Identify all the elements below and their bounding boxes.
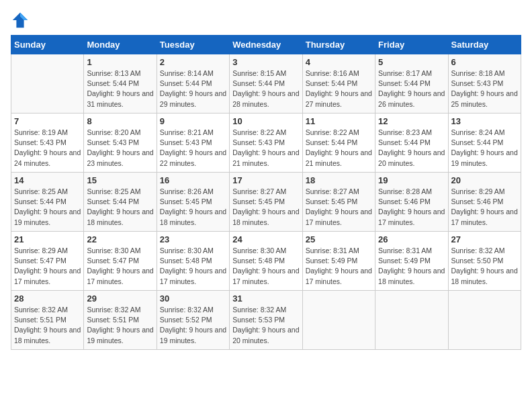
calendar-cell: 14Sunrise: 8:25 AM Sunset: 5:44 PM Dayli… — [11, 173, 84, 232]
calendar-cell: 27Sunrise: 8:32 AM Sunset: 5:50 PM Dayli… — [448, 232, 521, 291]
calendar-cell: 20Sunrise: 8:29 AM Sunset: 5:46 PM Dayli… — [448, 173, 521, 232]
day-info: Sunrise: 8:15 AM Sunset: 5:44 PM Dayligh… — [232, 68, 299, 109]
week-row-1: 1Sunrise: 8:13 AM Sunset: 5:44 PM Daylig… — [11, 54, 521, 113]
day-number: 28 — [14, 293, 81, 304]
day-info: Sunrise: 8:20 AM Sunset: 5:43 PM Dayligh… — [87, 128, 153, 169]
calendar-cell: 26Sunrise: 8:31 AM Sunset: 5:49 PM Dayli… — [375, 232, 448, 291]
day-number: 31 — [232, 293, 299, 304]
day-number: 24 — [232, 234, 299, 244]
day-number: 14 — [14, 175, 81, 185]
day-info: Sunrise: 8:13 AM Sunset: 5:44 PM Dayligh… — [87, 68, 153, 109]
day-info: Sunrise: 8:30 AM Sunset: 5:48 PM Dayligh… — [160, 246, 226, 287]
header — [11, 11, 521, 30]
day-number: 4 — [306, 57, 372, 67]
day-number: 11 — [306, 116, 372, 126]
day-number: 25 — [306, 234, 372, 244]
day-number: 16 — [160, 175, 226, 185]
day-number: 19 — [378, 175, 445, 185]
day-info: Sunrise: 8:32 AM Sunset: 5:53 PM Dayligh… — [232, 305, 299, 346]
day-number: 7 — [14, 116, 81, 126]
calendar-cell: 23Sunrise: 8:30 AM Sunset: 5:48 PM Dayli… — [157, 232, 229, 291]
calendar-cell: 1Sunrise: 8:13 AM Sunset: 5:44 PM Daylig… — [84, 54, 157, 113]
day-number: 8 — [87, 116, 153, 126]
calendar-cell — [302, 291, 375, 350]
calendar-cell: 4Sunrise: 8:16 AM Sunset: 5:44 PM Daylig… — [302, 54, 375, 113]
day-info: Sunrise: 8:16 AM Sunset: 5:44 PM Dayligh… — [306, 68, 372, 109]
calendar-cell: 13Sunrise: 8:24 AM Sunset: 5:44 PM Dayli… — [448, 113, 521, 173]
day-number: 29 — [87, 293, 153, 304]
calendar-cell: 12Sunrise: 8:23 AM Sunset: 5:44 PM Dayli… — [375, 113, 448, 173]
calendar-cell: 28Sunrise: 8:32 AM Sunset: 5:51 PM Dayli… — [11, 291, 84, 350]
day-number: 17 — [232, 175, 299, 185]
logo — [11, 11, 31, 30]
day-number: 21 — [14, 234, 81, 244]
day-info: Sunrise: 8:28 AM Sunset: 5:46 PM Dayligh… — [378, 187, 445, 228]
day-info: Sunrise: 8:30 AM Sunset: 5:47 PM Dayligh… — [87, 246, 153, 287]
day-number: 27 — [451, 234, 518, 244]
day-info: Sunrise: 8:32 AM Sunset: 5:51 PM Dayligh… — [14, 305, 81, 346]
header-day-thursday: Thursday — [302, 36, 375, 54]
calendar-cell: 22Sunrise: 8:30 AM Sunset: 5:47 PM Dayli… — [84, 232, 157, 291]
day-info: Sunrise: 8:29 AM Sunset: 5:46 PM Dayligh… — [451, 187, 518, 228]
day-number: 3 — [232, 57, 299, 67]
day-number: 6 — [451, 57, 518, 67]
day-info: Sunrise: 8:25 AM Sunset: 5:44 PM Dayligh… — [14, 187, 81, 228]
calendar-cell: 15Sunrise: 8:25 AM Sunset: 5:44 PM Dayli… — [84, 173, 157, 232]
day-number: 13 — [451, 116, 518, 126]
header-day-wednesday: Wednesday — [230, 36, 302, 54]
logo-icon — [11, 11, 30, 30]
week-row-5: 28Sunrise: 8:32 AM Sunset: 5:51 PM Dayli… — [11, 291, 521, 350]
day-info: Sunrise: 8:32 AM Sunset: 5:51 PM Dayligh… — [87, 305, 153, 346]
calendar-cell: 16Sunrise: 8:26 AM Sunset: 5:45 PM Dayli… — [157, 173, 229, 232]
calendar-cell: 5Sunrise: 8:17 AM Sunset: 5:44 PM Daylig… — [375, 54, 448, 113]
day-info: Sunrise: 8:22 AM Sunset: 5:44 PM Dayligh… — [306, 128, 372, 169]
day-info: Sunrise: 8:31 AM Sunset: 5:49 PM Dayligh… — [306, 246, 372, 287]
day-number: 1 — [87, 57, 153, 67]
day-info: Sunrise: 8:22 AM Sunset: 5:43 PM Dayligh… — [232, 128, 299, 169]
calendar-cell: 19Sunrise: 8:28 AM Sunset: 5:46 PM Dayli… — [375, 173, 448, 232]
calendar-cell: 30Sunrise: 8:32 AM Sunset: 5:52 PM Dayli… — [157, 291, 229, 350]
week-row-3: 14Sunrise: 8:25 AM Sunset: 5:44 PM Dayli… — [11, 173, 521, 232]
calendar-cell: 21Sunrise: 8:29 AM Sunset: 5:47 PM Dayli… — [11, 232, 84, 291]
day-info: Sunrise: 8:14 AM Sunset: 5:44 PM Dayligh… — [160, 68, 226, 109]
header-day-monday: Monday — [84, 36, 157, 54]
header-day-sunday: Sunday — [11, 36, 84, 54]
calendar-cell — [11, 54, 84, 113]
day-info: Sunrise: 8:32 AM Sunset: 5:50 PM Dayligh… — [451, 246, 518, 287]
header-day-saturday: Saturday — [448, 36, 521, 54]
day-info: Sunrise: 8:31 AM Sunset: 5:49 PM Dayligh… — [378, 246, 445, 287]
day-info: Sunrise: 8:19 AM Sunset: 5:43 PM Dayligh… — [14, 128, 81, 169]
calendar-cell: 3Sunrise: 8:15 AM Sunset: 5:44 PM Daylig… — [230, 54, 302, 113]
day-number: 5 — [378, 57, 445, 67]
calendar-cell: 29Sunrise: 8:32 AM Sunset: 5:51 PM Dayli… — [84, 291, 157, 350]
day-number: 30 — [160, 293, 226, 304]
day-number: 26 — [378, 234, 445, 244]
calendar-cell — [375, 291, 448, 350]
week-row-4: 21Sunrise: 8:29 AM Sunset: 5:47 PM Dayli… — [11, 232, 521, 291]
day-info: Sunrise: 8:32 AM Sunset: 5:52 PM Dayligh… — [160, 305, 226, 346]
header-day-tuesday: Tuesday — [157, 36, 229, 54]
day-info: Sunrise: 8:17 AM Sunset: 5:44 PM Dayligh… — [378, 68, 445, 109]
calendar-cell: 18Sunrise: 8:27 AM Sunset: 5:45 PM Dayli… — [302, 173, 375, 232]
day-info: Sunrise: 8:24 AM Sunset: 5:44 PM Dayligh… — [451, 128, 518, 169]
day-number: 12 — [378, 116, 445, 126]
calendar-cell: 2Sunrise: 8:14 AM Sunset: 5:44 PM Daylig… — [157, 54, 229, 113]
day-info: Sunrise: 8:29 AM Sunset: 5:47 PM Dayligh… — [14, 246, 81, 287]
day-number: 2 — [160, 57, 226, 67]
day-number: 15 — [87, 175, 153, 185]
day-info: Sunrise: 8:27 AM Sunset: 5:45 PM Dayligh… — [306, 187, 372, 228]
calendar-header: SundayMondayTuesdayWednesdayThursdayFrid… — [11, 36, 521, 54]
day-number: 20 — [451, 175, 518, 185]
day-info: Sunrise: 8:18 AM Sunset: 5:43 PM Dayligh… — [451, 68, 518, 109]
day-number: 18 — [306, 175, 372, 185]
calendar-cell: 6Sunrise: 8:18 AM Sunset: 5:43 PM Daylig… — [448, 54, 521, 113]
day-info: Sunrise: 8:23 AM Sunset: 5:44 PM Dayligh… — [378, 128, 445, 169]
calendar-cell: 24Sunrise: 8:30 AM Sunset: 5:48 PM Dayli… — [230, 232, 302, 291]
day-info: Sunrise: 8:30 AM Sunset: 5:48 PM Dayligh… — [232, 246, 299, 287]
day-number: 22 — [87, 234, 153, 244]
calendar-cell: 17Sunrise: 8:27 AM Sunset: 5:45 PM Dayli… — [230, 173, 302, 232]
day-info: Sunrise: 8:27 AM Sunset: 5:45 PM Dayligh… — [232, 187, 299, 228]
day-info: Sunrise: 8:26 AM Sunset: 5:45 PM Dayligh… — [160, 187, 226, 228]
calendar-cell: 7Sunrise: 8:19 AM Sunset: 5:43 PM Daylig… — [11, 113, 84, 173]
day-number: 23 — [160, 234, 226, 244]
